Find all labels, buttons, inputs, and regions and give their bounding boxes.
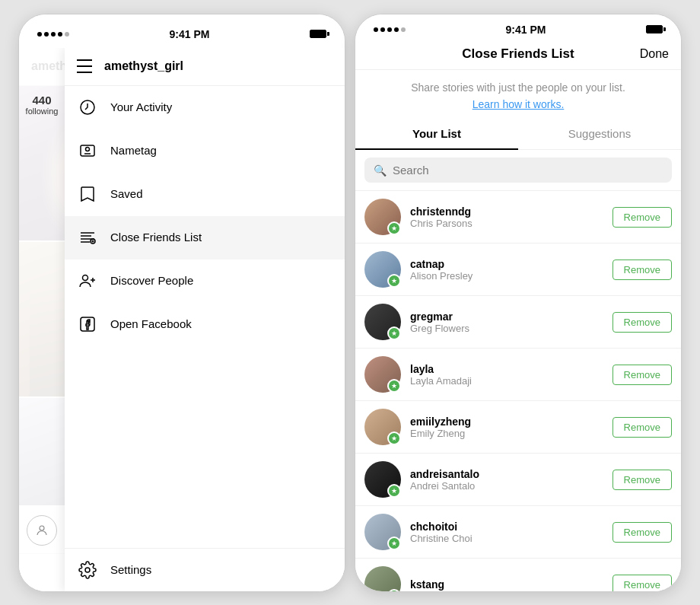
close-friend-badge: ★ (387, 326, 401, 340)
friends-list: ★ christenndg Chris Parsons Remove ★ (355, 191, 681, 591)
avatar-container: ★ (364, 199, 401, 235)
battery-right (646, 25, 663, 33)
menu-header: amethyst_girl (65, 48, 345, 86)
list-item: ★ christenndg Chris Parsons Remove (355, 191, 681, 244)
avatar-container: ★ (364, 304, 401, 340)
profile-grid-icon (27, 515, 57, 546)
menu-items-list: Your Activity Nametag (65, 86, 345, 548)
facebook-icon (77, 314, 98, 335)
menu-footer[interactable]: Settings (65, 548, 345, 591)
menu-item-label-your-activity: Your Activity (110, 100, 172, 113)
real-name: Greg Flowers (410, 323, 603, 334)
search-icon: 🔍 (374, 164, 387, 177)
remove-button[interactable]: Remove (612, 417, 672, 438)
list-item: ★ andreisantalo Andrei Santalo Remove (355, 454, 681, 506)
status-bar-right: 9:41 PM (355, 14, 681, 39)
menu-item-close-friends[interactable]: Close Friends List (65, 216, 345, 260)
list-item: ★ catnap Alison Presley Remove (355, 244, 681, 296)
username: chchoitoi (410, 521, 603, 533)
right-phone: 9:41 PM Close Friends List Done Share st… (355, 14, 682, 592)
tab-suggestions[interactable]: Suggestions (518, 118, 681, 149)
remove-button[interactable]: Remove (612, 207, 672, 228)
user-info: layla Layla Amadaji (410, 363, 603, 387)
menu-username: amethyst_girl (104, 59, 183, 73)
search-input[interactable] (393, 164, 663, 177)
remove-button[interactable]: Remove (612, 312, 672, 333)
avatar-container: ★ (364, 566, 401, 591)
real-name: Layla Amadaji (410, 375, 603, 387)
user-info: catnap Alison Presley (410, 258, 603, 282)
signal-dots (37, 32, 69, 37)
remove-button[interactable]: Remove (612, 522, 672, 543)
username: gregmar (410, 310, 603, 323)
avatar-container: ★ (364, 356, 401, 393)
svg-point-3 (86, 147, 90, 151)
user-info: chchoitoi Christine Choi (410, 521, 603, 544)
real-name: Emily Zheng (410, 428, 603, 439)
close-friend-badge: ★ (387, 431, 401, 445)
menu-item-discover-people[interactable]: Discover People (65, 260, 345, 303)
nametag-icon (77, 140, 98, 161)
menu-item-label-saved: Saved (110, 187, 143, 200)
menu-item-label-facebook: Open Facebook (110, 317, 192, 330)
battery-left (310, 30, 326, 38)
status-time-left: 9:41 PM (170, 28, 210, 40)
list-item: ★ layla Layla Amadaji Remove (355, 349, 681, 401)
username: catnap (410, 258, 603, 270)
username: andreisantalo (410, 468, 603, 480)
menu-item-nametag[interactable]: Nametag (65, 129, 345, 173)
status-bar-left: 9:41 PM (19, 14, 345, 48)
svg-point-0 (40, 526, 44, 530)
tab-your-list[interactable]: Your List (355, 118, 518, 149)
left-phone-content: amethyst_girl ♡ 👤 (19, 48, 345, 591)
user-info: gregmar Greg Flowers (410, 310, 603, 334)
remove-button[interactable]: Remove (612, 365, 672, 385)
user-info: kstang (410, 578, 603, 591)
learn-link[interactable]: Learn how it works. (355, 98, 681, 110)
done-button[interactable]: Done (640, 47, 669, 61)
status-time-right: 9:41 PM (506, 24, 546, 36)
search-bar: 🔍 (364, 158, 672, 183)
activity-icon (77, 97, 98, 118)
username: layla (410, 363, 603, 375)
username: christenndg (410, 205, 603, 218)
menu-item-your-activity[interactable]: Your Activity (65, 86, 345, 129)
following-stat: 440 following (26, 94, 59, 116)
list-item: ★ emiilyzheng Emily Zheng Remove (355, 401, 681, 454)
svg-point-12 (83, 275, 88, 280)
close-friend-badge: ★ (387, 274, 401, 288)
close-friend-badge: ★ (387, 221, 401, 235)
menu-item-facebook[interactable]: Open Facebook (65, 303, 345, 346)
avatar (364, 566, 401, 591)
menu-item-label-discover: Discover People (110, 274, 193, 287)
cfl-tabs: Your List Suggestions (355, 118, 681, 150)
menu-sidebar: 440 following (19, 48, 65, 591)
real-name: Christine Choi (410, 533, 603, 544)
remove-button[interactable]: Remove (612, 470, 672, 490)
discover-icon (77, 270, 98, 291)
user-info: emiilyzheng Emily Zheng (410, 416, 603, 439)
menu-item-label-nametag: Nametag (110, 144, 157, 157)
avatar-container: ★ (364, 514, 401, 550)
menu-panel: amethyst_girl Your Activity (65, 48, 345, 591)
list-item: ★ kstang Remove (355, 559, 681, 591)
close-friend-badge: ★ (387, 484, 401, 498)
avatar-container: ★ (364, 409, 401, 445)
remove-button[interactable]: Remove (612, 260, 672, 280)
person-outline-icon (35, 524, 49, 537)
list-item: ★ gregmar Greg Flowers Remove (355, 296, 681, 349)
menu-item-saved[interactable]: Saved (65, 173, 345, 216)
remove-button[interactable]: Remove (612, 575, 672, 592)
svg-point-16 (85, 568, 90, 572)
close-friend-badge: ★ (387, 537, 401, 550)
saved-icon (77, 183, 98, 205)
cfl-subtitle: Share stories with just the people on yo… (355, 70, 681, 99)
signal-dots-right (374, 27, 406, 32)
search-container: 🔍 (355, 150, 681, 191)
username: emiilyzheng (410, 416, 603, 428)
settings-label: Settings (110, 563, 151, 576)
user-info: christenndg Chris Parsons (410, 205, 603, 229)
hamburger-icon[interactable] (77, 57, 92, 75)
left-phone: 9:41 PM amethyst_girl (18, 14, 345, 592)
real-name: Chris Parsons (410, 218, 603, 229)
